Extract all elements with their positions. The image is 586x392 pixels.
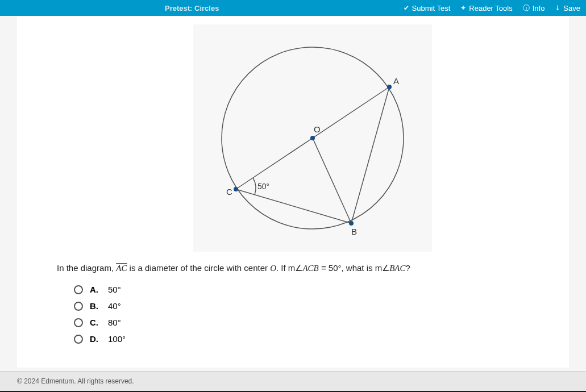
reader-label: Reader Tools xyxy=(469,4,512,12)
submit-test-button[interactable]: ✔ Submit Test xyxy=(404,4,451,12)
header-bar: Pretest: Circles ✔ Submit Test ✦ Reader … xyxy=(0,0,586,16)
save-button[interactable]: ⤓ Save xyxy=(555,4,580,12)
content-area: O A B C 50° In the diagram, AC is a diam… xyxy=(0,16,586,371)
radio-b[interactable] xyxy=(74,302,83,311)
circle-diagram: O A B C 50° xyxy=(193,24,432,252)
save-label: Save xyxy=(563,4,580,12)
option-b[interactable]: B. 40° xyxy=(74,301,552,311)
point-b xyxy=(349,221,354,226)
question-text: In the diagram, AC is a diameter of the … xyxy=(57,263,529,273)
angle-arc xyxy=(253,178,256,195)
point-c xyxy=(234,187,238,191)
label-a: A xyxy=(393,76,399,86)
line-ba xyxy=(351,87,389,223)
q-cond-angle: ACB xyxy=(302,264,318,273)
q-prefix: In the diagram, xyxy=(57,263,116,273)
line-bo xyxy=(313,138,351,223)
option-c[interactable]: C. 80° xyxy=(74,318,552,327)
question-panel: O A B C 50° In the diagram, AC is a diam… xyxy=(17,16,569,368)
option-letter: B. xyxy=(90,301,101,311)
q-cond-val: = 50°, what is m xyxy=(319,263,382,273)
q-angle-sym1: ∠ xyxy=(295,263,302,273)
option-value: 40° xyxy=(108,301,121,311)
angle-label: 50° xyxy=(257,182,269,191)
info-button[interactable]: ⓘ Info xyxy=(523,3,545,13)
option-value: 50° xyxy=(108,285,121,294)
line-cb xyxy=(236,189,351,223)
q-angle-sym2: ∠ xyxy=(382,263,389,273)
option-value: 80° xyxy=(108,318,121,327)
option-letter: C. xyxy=(90,318,101,327)
check-icon: ✔ xyxy=(404,4,409,12)
q-ask-angle: BAC xyxy=(389,264,405,273)
test-title: Pretest: Circles xyxy=(6,4,219,12)
radio-d[interactable] xyxy=(74,335,83,344)
point-a xyxy=(387,85,392,89)
q-center: O xyxy=(270,264,276,273)
radio-a[interactable] xyxy=(74,285,83,294)
reader-tools-button[interactable]: ✦ Reader Tools xyxy=(460,4,512,12)
option-value: 100° xyxy=(108,334,126,344)
footer-copyright: © 2024 Edmentum. All rights reserved. xyxy=(0,371,586,391)
point-o xyxy=(310,136,315,140)
submit-label: Submit Test xyxy=(412,4,451,12)
q-segment: AC xyxy=(116,264,127,273)
header-tools: ✔ Submit Test ✦ Reader Tools ⓘ Info ⤓ Sa… xyxy=(404,3,580,13)
option-letter: D. xyxy=(90,334,101,344)
label-b: B xyxy=(351,227,357,236)
option-d[interactable]: D. 100° xyxy=(74,334,552,344)
options-list: A. 50° B. 40° C. 80° D. 100° xyxy=(74,285,552,344)
q-suffix: ? xyxy=(406,263,410,273)
option-letter: A. xyxy=(90,285,101,294)
info-icon: ⓘ xyxy=(523,3,530,13)
wand-icon: ✦ xyxy=(460,4,466,12)
diagram-svg: O A B C 50° xyxy=(205,30,421,246)
info-label: Info xyxy=(533,4,545,12)
option-a[interactable]: A. 50° xyxy=(74,285,552,294)
save-icon: ⤓ xyxy=(555,4,560,12)
q-middle: is a diameter of the circle with center xyxy=(127,263,270,273)
label-o: O xyxy=(314,124,321,134)
label-c: C xyxy=(226,187,232,197)
q-cond-prefix: . If m xyxy=(276,263,295,273)
radio-c[interactable] xyxy=(74,318,83,327)
